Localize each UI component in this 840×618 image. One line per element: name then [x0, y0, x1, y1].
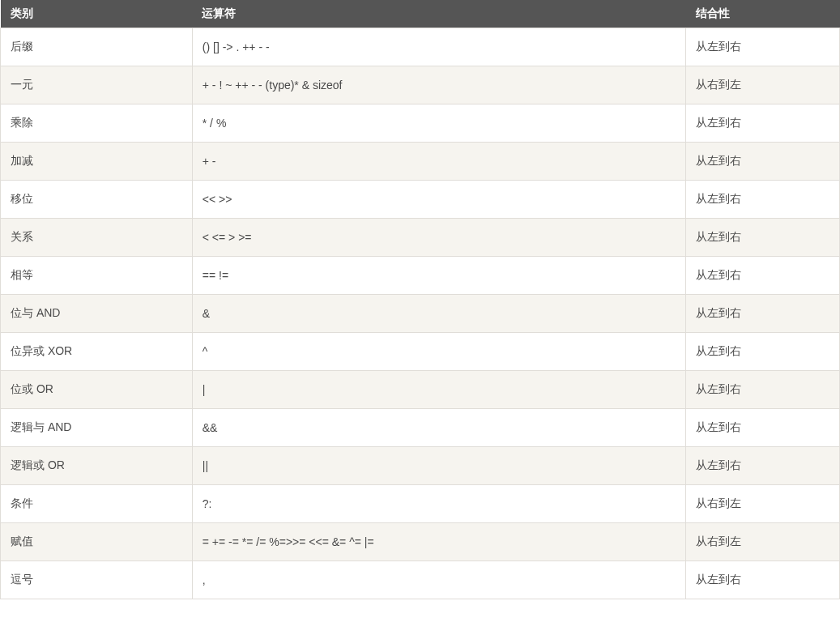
cell-category: 位与 AND — [1, 295, 193, 333]
table-header-row: 类别 运算符 结合性 — [1, 0, 840, 28]
cell-operator: ^ — [192, 333, 685, 371]
cell-associativity: 从左到右 — [686, 333, 840, 371]
table-row: 逗号,从左到右 — [1, 561, 840, 599]
table-row: 赋值= += -= *= /= %=>>= <<= &= ^= |=从右到左 — [1, 523, 840, 561]
cell-operator: () [] -> . ++ - - — [192, 28, 685, 66]
cell-associativity: 从左到右 — [686, 28, 840, 66]
cell-operator: && — [192, 409, 685, 447]
table-row: 后缀() [] -> . ++ - -从左到右 — [1, 28, 840, 66]
cell-operator: ?: — [192, 485, 685, 523]
table-row: 位与 AND&从左到右 — [1, 295, 840, 333]
table-row: 位异或 XOR^从左到右 — [1, 333, 840, 371]
cell-category: 移位 — [1, 181, 193, 219]
cell-associativity: 从左到右 — [686, 219, 840, 257]
cell-category: 关系 — [1, 219, 193, 257]
header-associativity: 结合性 — [686, 0, 840, 28]
header-operator: 运算符 — [192, 0, 685, 28]
cell-operator: == != — [192, 257, 685, 295]
cell-category: 逻辑与 AND — [1, 409, 193, 447]
table-row: 位或 OR|从左到右 — [1, 371, 840, 409]
cell-operator: | — [192, 371, 685, 409]
cell-category: 逻辑或 OR — [1, 447, 193, 485]
cell-operator: = += -= *= /= %=>>= <<= &= ^= |= — [192, 523, 685, 561]
cell-category: 乘除 — [1, 104, 193, 143]
cell-associativity: 从左到右 — [686, 447, 840, 485]
cell-associativity: 从右到左 — [686, 523, 840, 561]
cell-associativity: 从左到右 — [686, 561, 840, 599]
table-row: 条件?:从右到左 — [1, 485, 840, 523]
cell-category: 位或 OR — [1, 371, 193, 409]
table-row: 乘除* / %从左到右 — [1, 104, 840, 143]
cell-operator: << >> — [192, 181, 685, 219]
cell-associativity: 从右到左 — [686, 66, 840, 104]
cell-associativity: 从左到右 — [686, 409, 840, 447]
cell-operator: || — [192, 447, 685, 485]
cell-category: 条件 — [1, 485, 193, 523]
header-category: 类别 — [1, 0, 193, 28]
cell-associativity: 从左到右 — [686, 257, 840, 295]
table-row: 逻辑与 AND&&从左到右 — [1, 409, 840, 447]
cell-associativity: 从右到左 — [686, 485, 840, 523]
cell-associativity: 从左到右 — [686, 143, 840, 181]
table-row: 一元+ - ! ~ ++ - - (type)* & sizeof从右到左 — [1, 66, 840, 104]
cell-operator: + - — [192, 143, 685, 181]
cell-category: 一元 — [1, 66, 193, 104]
cell-category: 逗号 — [1, 561, 193, 599]
table-row: 加减+ -从左到右 — [1, 143, 840, 181]
cell-category: 位异或 XOR — [1, 333, 193, 371]
cell-category: 加减 — [1, 143, 193, 181]
cell-category: 赋值 — [1, 523, 193, 561]
cell-associativity: 从左到右 — [686, 181, 840, 219]
cell-category: 后缀 — [1, 28, 193, 66]
table-row: 关系< <= > >=从左到右 — [1, 219, 840, 257]
operator-precedence-table: 类别 运算符 结合性 后缀() [] -> . ++ - -从左到右一元+ - … — [0, 0, 840, 599]
cell-category: 相等 — [1, 257, 193, 295]
table-row: 移位<< >>从左到右 — [1, 181, 840, 219]
cell-operator: + - ! ~ ++ - - (type)* & sizeof — [192, 66, 685, 104]
cell-operator: < <= > >= — [192, 219, 685, 257]
cell-operator: , — [192, 561, 685, 599]
cell-associativity: 从左到右 — [686, 371, 840, 409]
table-row: 相等== !=从左到右 — [1, 257, 840, 295]
cell-operator: & — [192, 295, 685, 333]
cell-associativity: 从左到右 — [686, 295, 840, 333]
cell-operator: * / % — [192, 104, 685, 143]
table-row: 逻辑或 OR||从左到右 — [1, 447, 840, 485]
cell-associativity: 从左到右 — [686, 104, 840, 143]
